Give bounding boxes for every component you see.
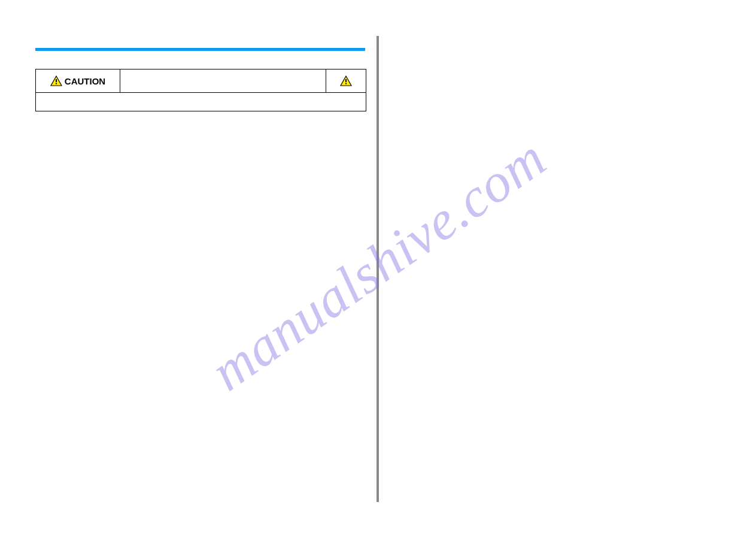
column-divider — [377, 36, 379, 502]
manual-page: CAUTION manualshive.com — [0, 0, 756, 535]
svg-rect-5 — [345, 83, 347, 84]
warning-triangle-icon — [340, 75, 352, 86]
caution-label-cell: CAUTION — [36, 69, 120, 92]
caution-body-row — [36, 93, 366, 111]
caution-middle-cell — [120, 69, 326, 92]
left-column: CAUTION — [35, 48, 365, 111]
svg-rect-2 — [56, 83, 57, 84]
caution-icon-cell — [326, 69, 366, 92]
section-header-bar — [35, 48, 365, 51]
caution-box: CAUTION — [35, 69, 366, 111]
svg-rect-1 — [56, 79, 57, 82]
warning-triangle-icon — [50, 75, 62, 86]
caution-header-row: CAUTION — [36, 69, 366, 93]
caution-label-text: CAUTION — [65, 76, 105, 86]
svg-rect-4 — [345, 79, 347, 82]
